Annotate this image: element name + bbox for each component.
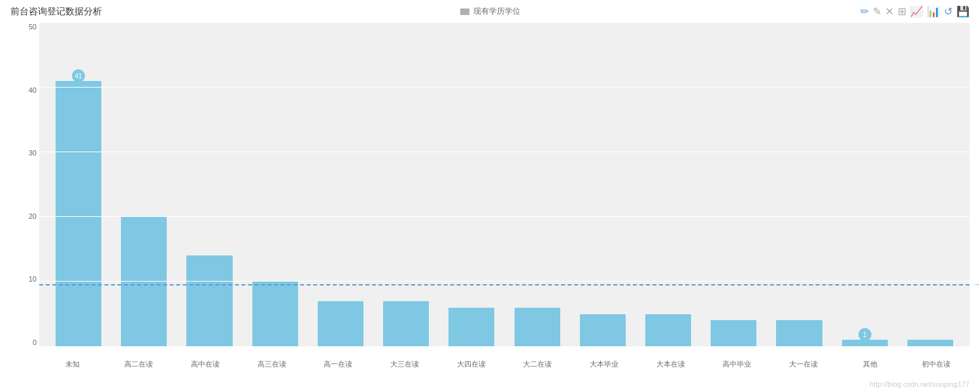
bar-group <box>111 23 177 346</box>
bar[interactable] <box>645 314 691 347</box>
x-axis-label: 高二在读 <box>106 359 173 369</box>
refresh-icon[interactable]: ↺ <box>944 5 953 18</box>
grid-line <box>39 281 970 282</box>
pencil-icon[interactable]: ✏ <box>860 5 869 18</box>
bar[interactable] <box>252 282 298 346</box>
legend-icon <box>460 8 469 15</box>
avg-label: →9.36 <box>973 280 980 288</box>
x-labels: 未知高二在读高中在读高三在读高一在读大三在读大四在读大二在读大本毕业大本在读高中… <box>39 359 970 369</box>
bar[interactable] <box>121 217 167 346</box>
table-icon[interactable]: ⊞ <box>898 5 906 18</box>
x-axis-label: 高中毕业 <box>703 359 770 369</box>
bar[interactable]: 41 <box>56 81 101 346</box>
edit-icon[interactable]: ✎ <box>873 5 881 18</box>
header: 前台咨询登记数据分析 现有学历学位 ✏ ✎ ✕ ⊞ 📈 📊 ↺ 💾 <box>0 0 980 23</box>
bar-group <box>898 23 963 346</box>
plot-area: 411 →9.36 <box>39 23 970 346</box>
bar-group: 1 <box>832 23 898 346</box>
bar[interactable] <box>448 308 494 346</box>
line-chart-icon[interactable]: 📈 <box>910 5 923 18</box>
x-axis-label: 高中在读 <box>172 359 239 369</box>
x-axis-label: 高三在读 <box>239 359 305 369</box>
bar-group <box>635 23 701 346</box>
legend: 现有学历学位 <box>460 6 520 17</box>
bar-group <box>439 23 504 346</box>
bar-group: 41 <box>46 23 111 346</box>
chart-area: 50403020100 411 →9.36 未知高二在读高中在读高三在读高一在读… <box>20 23 970 372</box>
avg-line: →9.36 <box>39 284 970 286</box>
x-axis-label: 未知 <box>39 359 106 369</box>
x-axis-label: 大本在读 <box>637 359 704 369</box>
bar[interactable] <box>515 308 560 346</box>
bar-group <box>701 23 766 346</box>
page-title: 前台咨询登记数据分析 <box>10 6 102 18</box>
bar-group <box>505 23 570 346</box>
toolbar: ✏ ✎ ✕ ⊞ 📈 📊 ↺ 💾 <box>860 5 970 18</box>
bar-group <box>243 23 308 346</box>
watermark: http://blog.csdn.net/sunping177 <box>870 380 970 388</box>
bar-value-label: 41 <box>72 69 85 82</box>
bar[interactable]: 1 <box>842 340 888 346</box>
x-axis-label: 大一在读 <box>770 359 837 369</box>
grid-line <box>39 87 970 88</box>
x-axis-label: 其他 <box>837 359 904 369</box>
bar-group <box>308 23 373 346</box>
x-axis-label: 初中在读 <box>903 359 970 369</box>
x-axis-label: 大三在读 <box>371 359 438 369</box>
delete-icon[interactable]: ✕ <box>885 5 894 18</box>
bars-container: 411 <box>39 23 970 346</box>
x-axis-label: 高一在读 <box>305 359 372 369</box>
y-axis-label: 50 <box>29 23 39 31</box>
x-axis-label: 大二在读 <box>504 359 571 369</box>
bar[interactable] <box>383 301 429 346</box>
bar[interactable] <box>711 320 756 346</box>
bar-chart-icon[interactable]: 📊 <box>927 5 940 18</box>
bar[interactable] <box>318 301 363 346</box>
y-axis-label: 0 <box>33 338 39 346</box>
grid-line <box>39 216 970 217</box>
bar[interactable] <box>186 255 232 346</box>
bar-group <box>373 23 439 346</box>
bar-group <box>570 23 635 346</box>
save-icon[interactable]: 💾 <box>956 5 970 18</box>
bar[interactable] <box>776 320 822 346</box>
x-axis-label: 大四在读 <box>438 359 505 369</box>
grid-line <box>39 152 970 152</box>
bar-group <box>766 23 832 346</box>
bar[interactable] <box>580 314 626 347</box>
y-axis: 50403020100 <box>20 23 39 346</box>
bar[interactable] <box>907 340 953 346</box>
legend-label: 现有学历学位 <box>473 6 520 17</box>
y-axis-label: 40 <box>29 86 39 94</box>
bar-value-label: 1 <box>858 328 871 341</box>
x-axis-label: 大本毕业 <box>571 359 637 369</box>
y-axis-label: 10 <box>29 275 39 283</box>
grid-line <box>39 22 970 23</box>
y-axis-label: 20 <box>29 212 39 220</box>
bar-group <box>177 23 242 346</box>
y-axis-label: 30 <box>29 149 39 157</box>
